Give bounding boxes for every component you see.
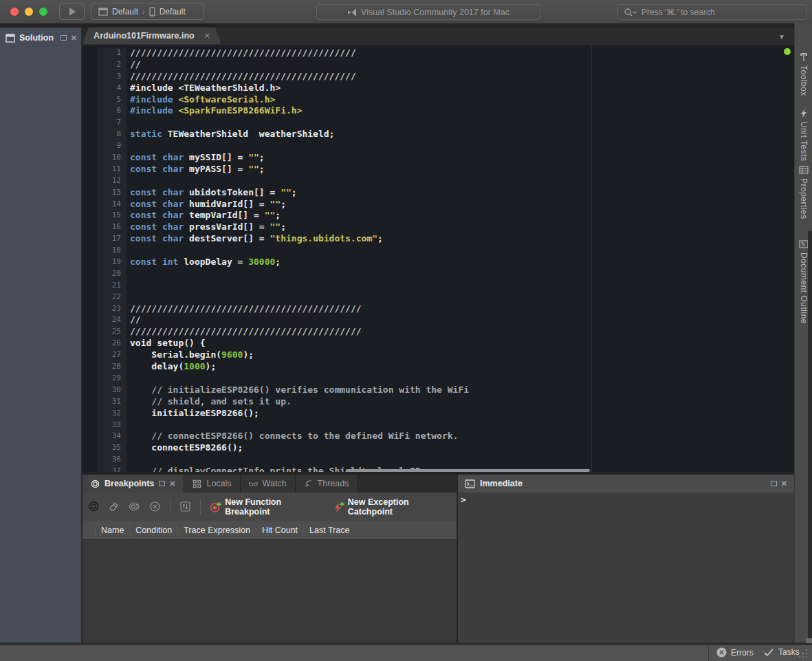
code-line[interactable]: 32 initializeESP8266();: [83, 408, 794, 420]
code-line[interactable]: 5#include <SoftwareSerial.h>: [83, 94, 794, 106]
code-line[interactable]: 1///////////////////////////////////////…: [83, 47, 794, 59]
breakpoint-margin[interactable]: [83, 431, 98, 442]
breakpoint-margin[interactable]: [83, 71, 98, 83]
code-line[interactable]: 29: [83, 373, 794, 384]
pad-tab-threads[interactable]: Threads: [296, 475, 358, 492]
breakpoint-margin[interactable]: [83, 442, 98, 454]
code-line[interactable]: 8static TEWeatherShield weatherShield;: [83, 129, 794, 140]
solution-pad-header[interactable]: Solution ✕: [0, 28, 81, 47]
code-line[interactable]: 12: [83, 175, 794, 187]
macos-minimize-button[interactable]: [25, 8, 33, 16]
breakpoint-margin[interactable]: [83, 326, 98, 338]
code-line[interactable]: 27 Serial.begin(9600);: [83, 349, 794, 361]
code-line[interactable]: 2//: [83, 59, 794, 71]
code-line[interactable]: 21: [83, 280, 794, 292]
code-line[interactable]: 20: [83, 268, 794, 280]
tab-overflow-dropdown-icon[interactable]: ▼: [778, 33, 785, 41]
dock-tab-toolbox[interactable]: Toolbox: [795, 52, 812, 96]
code-line[interactable]: 14const char humidVarId[] = "";: [83, 199, 794, 210]
breakpoint-margin[interactable]: [83, 420, 98, 431]
breakpoint-margin[interactable]: [83, 129, 98, 140]
breakpoint-margin[interactable]: [83, 187, 98, 199]
breakpoint-margin[interactable]: [83, 175, 98, 187]
code-line[interactable]: 25//////////////////////////////////////…: [83, 326, 794, 338]
code-line[interactable]: 17const char destServer[] = "things.ubid…: [83, 233, 794, 245]
build-configuration-selector[interactable]: Default › Default: [91, 3, 204, 20]
breakpoint-margin[interactable]: [83, 280, 98, 292]
code-line[interactable]: 36: [83, 454, 794, 466]
breakpoint-margin[interactable]: [83, 245, 98, 257]
code-line[interactable]: 18: [83, 245, 794, 257]
global-search-input[interactable]: Press '⌘.' to search: [617, 4, 806, 20]
errors-button[interactable]: Errors: [716, 647, 754, 658]
breakpoint-margin[interactable]: [83, 268, 98, 280]
breakpoint-margin[interactable]: [83, 257, 98, 268]
code-line[interactable]: 35 connectESP8266();: [83, 442, 794, 454]
code-line[interactable]: 23//////////////////////////////////////…: [83, 303, 794, 315]
breakpoint-margin[interactable]: [83, 349, 98, 361]
new-exception-catchpoint-button[interactable]: New Exception Catchpoint: [333, 497, 451, 517]
code-line[interactable]: 26void setup() {: [83, 338, 794, 349]
breakpoint-margin[interactable]: [83, 199, 98, 210]
remove-breakpoint-icon[interactable]: [108, 501, 120, 512]
dock-icon[interactable]: [771, 481, 777, 486]
run-button[interactable]: [59, 3, 85, 20]
code-line[interactable]: 19const int loopDelay = 30000;: [83, 257, 794, 268]
breakpoint-margin[interactable]: [83, 105, 98, 117]
column-header-trace-expression[interactable]: Trace Expression: [177, 524, 256, 537]
breakpoint-margin[interactable]: [83, 408, 98, 420]
breakpoint-margin[interactable]: [83, 466, 98, 472]
dock-tab-unit-tests[interactable]: Unit Tests: [795, 109, 812, 161]
code-line[interactable]: 28 delay(1000);: [83, 361, 794, 373]
remove-all-breakpoints-icon[interactable]: [149, 501, 161, 512]
macos-close-button[interactable]: [10, 8, 19, 16]
new-breakpoint-icon[interactable]: [88, 501, 99, 512]
close-icon[interactable]: ✕: [781, 481, 787, 486]
close-icon[interactable]: ✕: [71, 35, 77, 41]
dock-tab-properties[interactable]: Properties: [795, 165, 812, 219]
breakpoint-margin[interactable]: [83, 396, 98, 408]
code-editor[interactable]: 1///////////////////////////////////////…: [83, 45, 794, 472]
breakpoint-margin[interactable]: [83, 210, 98, 221]
immediate-console[interactable]: >: [458, 492, 794, 642]
breakpoint-margin[interactable]: [83, 338, 98, 349]
column-header-hit-count[interactable]: Hit Count: [256, 524, 303, 537]
macos-zoom-button[interactable]: [39, 8, 47, 16]
code-line[interactable]: 7: [83, 117, 794, 129]
code-line[interactable]: 30 // initializeESP8266() verifies commu…: [83, 384, 794, 396]
breakpoint-margin[interactable]: [83, 47, 98, 59]
code-line[interactable]: 13const char ubidotsToken[] = "";: [83, 187, 794, 199]
code-line[interactable]: 22: [83, 292, 794, 303]
breakpoint-margin[interactable]: [83, 373, 98, 384]
column-header-last-trace[interactable]: Last Trace: [303, 524, 355, 537]
code-line[interactable]: 11const char myPASS[] = "";: [83, 164, 794, 175]
code-line[interactable]: 33: [83, 420, 794, 431]
code-line[interactable]: 6#include <SparkFunESP8266WiFi.h>: [83, 105, 794, 117]
resize-grip[interactable]: [798, 648, 808, 658]
pad-tab-locals[interactable]: Locals: [184, 475, 240, 492]
breakpoint-margin[interactable]: [83, 164, 98, 175]
pad-tab-watch[interactable]: Watch: [241, 475, 296, 492]
breakpoint-margin[interactable]: [83, 233, 98, 245]
code-line[interactable]: 4#include <TEWeatherShield.h>: [83, 83, 794, 94]
breakpoints-list-body[interactable]: [83, 540, 457, 642]
column-header-name[interactable]: Name: [95, 524, 129, 537]
breakpoint-margin[interactable]: [83, 117, 98, 129]
breakpoint-margin[interactable]: [83, 292, 98, 303]
immediate-pad-header[interactable]: Immediate ✕: [458, 475, 794, 492]
close-tab-icon[interactable]: ✕: [204, 33, 210, 39]
tasks-button[interactable]: Tasks: [763, 647, 800, 657]
close-icon[interactable]: ✕: [169, 481, 175, 486]
code-line[interactable]: 31 // shield, and sets it up.: [83, 396, 794, 408]
breakpoint-margin[interactable]: [83, 83, 98, 94]
code-line[interactable]: 34 // connectESP8266() connects to the d…: [83, 431, 794, 442]
breakpoint-margin[interactable]: [83, 152, 98, 164]
breakpoint-margin[interactable]: [83, 94, 98, 106]
breakpoint-margin[interactable]: [83, 361, 98, 373]
code-line[interactable]: 3///////////////////////////////////////…: [83, 71, 794, 83]
breakpoint-margin[interactable]: [83, 59, 98, 71]
dock-icon[interactable]: [159, 481, 165, 486]
code-line[interactable]: 24//: [83, 314, 794, 326]
breakpoint-margin[interactable]: [83, 140, 98, 152]
toggle-breakpoints-icon[interactable]: [129, 501, 140, 512]
